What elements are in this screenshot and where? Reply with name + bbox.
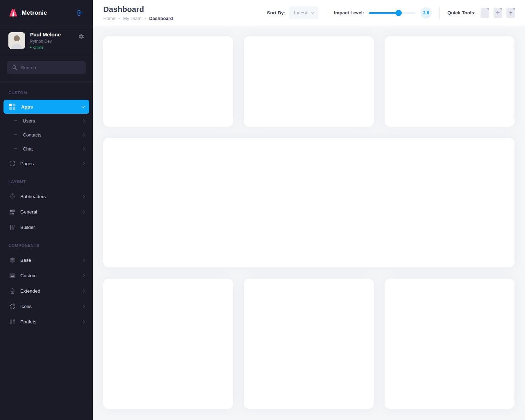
sidebar-item-builder[interactable]: Builder <box>0 219 93 235</box>
impact-level-slider[interactable] <box>369 10 415 16</box>
chevron-right-icon <box>82 147 85 150</box>
sidebar-item-label: Apps <box>21 104 82 110</box>
search-box[interactable] <box>7 61 86 74</box>
brand-name: Metronic <box>22 9 47 16</box>
sidebar-item-label: Icons <box>20 304 82 309</box>
nav-section-components: COMPONENTS <box>0 235 93 252</box>
main-area: Dashboard Home - My Team - Dashboard Sor… <box>93 0 525 419</box>
breadcrumb: Home - My Team - Dashboard <box>103 16 173 21</box>
dash-icon <box>14 148 17 149</box>
sidebar-item-contacts[interactable]: Contacts <box>0 128 93 142</box>
card <box>244 36 374 127</box>
chevron-right-icon <box>82 195 85 198</box>
diamonds-icon <box>8 193 16 200</box>
slider-handle[interactable] <box>396 10 402 16</box>
chevron-down-icon <box>82 105 85 108</box>
card <box>385 279 514 409</box>
divider <box>326 7 326 19</box>
sort-by-select[interactable]: Latest <box>289 6 318 19</box>
sidebar-item-label: Builder <box>20 225 84 230</box>
chevron-right-icon <box>82 119 85 122</box>
sort-by-label: Sort By: <box>267 10 286 15</box>
sidebar-item-extended[interactable]: Extended <box>0 283 93 299</box>
sidebar: Metronic Paul Melone Python Dev <box>0 0 93 420</box>
sidebar-item-apps[interactable]: Apps <box>4 100 89 114</box>
content-grid <box>93 26 525 419</box>
sidebar-item-label: Custom <box>20 273 82 278</box>
sidebar-item-portlets[interactable]: Portlets <box>0 314 93 329</box>
search-input[interactable] <box>21 65 83 70</box>
sidebar-item-label: Contacts <box>23 132 82 138</box>
file-plus-icon[interactable] <box>493 8 502 18</box>
sidebar-item-label: Pages <box>20 161 82 166</box>
grid-icon <box>8 104 16 110</box>
gear-icon <box>78 34 84 40</box>
sidebar-collapse-button[interactable] <box>75 8 85 18</box>
sidebar-item-general[interactable]: General <box>0 204 93 219</box>
impact-level-value: 3.6 <box>420 7 432 19</box>
chevron-right-icon <box>82 320 85 323</box>
sidebar-item-pages[interactable]: Pages <box>0 156 93 171</box>
header: Dashboard Home - My Team - Dashboard Sor… <box>93 0 525 26</box>
breadcrumb-separator: - <box>145 16 146 21</box>
chevron-right-icon <box>82 210 85 214</box>
sidebar-item-label: Chat <box>23 146 82 152</box>
nav-section-layout: LAYOUT <box>0 171 93 189</box>
cube-icon <box>8 257 16 264</box>
sidebar-item-icons[interactable]: Icons <box>0 299 93 314</box>
sidebar-item-label: Base <box>20 258 82 263</box>
quick-tools-group: Quick Tools: <box>447 8 515 18</box>
bars-icon <box>8 224 16 231</box>
user-name: Paul Melone <box>30 31 61 37</box>
user-status: online <box>30 45 61 49</box>
search-block <box>0 55 93 82</box>
sort-by-group: Sort By: Latest <box>267 6 318 19</box>
brand-bar: Metronic <box>0 0 93 26</box>
card <box>244 279 374 409</box>
slider-fill <box>369 12 399 14</box>
sidebar-item-label: Extended <box>20 288 82 294</box>
chevron-right-icon <box>82 274 85 277</box>
sidebar-item-label: Users <box>23 118 82 124</box>
quick-tools-label: Quick Tools: <box>447 10 476 15</box>
breadcrumb-my-team[interactable]: My Team <box>123 16 142 21</box>
dash-icon <box>14 134 17 135</box>
sort-by-value: Latest <box>294 10 307 15</box>
sidebar-item-users[interactable]: Users <box>0 114 93 128</box>
impact-level-group: Impact Level: 3.6 <box>334 7 432 19</box>
page-head: Dashboard Home - My Team - Dashboard <box>103 5 173 21</box>
sidebar-item-label: General <box>20 209 82 215</box>
page-title: Dashboard <box>103 5 173 14</box>
metronic-logo-icon <box>8 8 18 17</box>
breadcrumb-current: Dashboard <box>149 16 173 21</box>
dash-icon <box>14 120 17 121</box>
sidebar-nav: CUSTOM Apps Users Contacts Chat <box>0 82 93 329</box>
card <box>103 36 233 127</box>
blocks-icon <box>8 318 16 325</box>
user-settings-button[interactable] <box>78 34 84 40</box>
avatar <box>8 32 25 49</box>
sidebar-item-label: Subheaders <box>20 194 82 199</box>
user-role: Python Dev <box>30 39 61 44</box>
file-icon[interactable] <box>481 8 489 18</box>
chevron-right-icon <box>82 133 85 136</box>
sidebar-item-chat[interactable]: Chat <box>0 142 93 156</box>
frame-icon <box>8 160 16 167</box>
breadcrumb-home[interactable]: Home <box>103 16 115 21</box>
sidebar-item-custom[interactable]: Custom <box>0 268 93 283</box>
file-upload-icon[interactable] <box>506 8 515 18</box>
toggles-icon <box>8 209 16 215</box>
globe-icon <box>8 288 16 294</box>
chevron-down-icon <box>311 11 314 14</box>
brand-logo[interactable]: Metronic <box>8 8 47 17</box>
sidebar-item-subheaders[interactable]: Subheaders <box>0 189 93 204</box>
sidebar-item-base[interactable]: Base <box>0 252 93 268</box>
card-wide <box>103 138 514 267</box>
header-tools: Sort By: Latest Impact Level: 3.6 Quick <box>267 6 515 19</box>
image-icon <box>8 272 16 279</box>
collapse-left-icon <box>76 9 84 17</box>
search-icon <box>12 65 18 70</box>
breadcrumb-separator: - <box>119 16 120 21</box>
card <box>103 279 233 409</box>
online-dot-icon <box>30 47 31 48</box>
